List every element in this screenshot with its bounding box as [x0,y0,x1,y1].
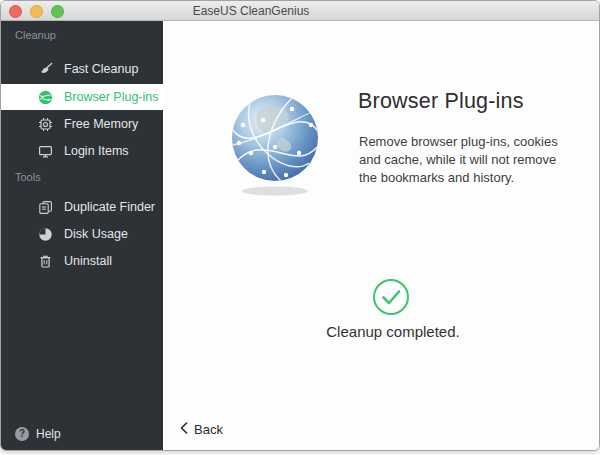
sidebar-item-disk-usage[interactable]: Disk Usage [1,221,163,247]
sidebar: Cleanup Fast Cleanup Browser P [1,21,163,450]
documents-icon [38,200,53,215]
sidebar-item-label: Login Items [64,144,129,158]
back-button[interactable]: Back [180,422,223,437]
app-window: EaseUS CleanGenius Cleanup Fast Cleanup [0,0,600,451]
sidebar-item-label: Uninstall [64,254,112,268]
sidebar-item-login-items[interactable]: Login Items [1,138,163,164]
sidebar-item-fast-cleanup[interactable]: Fast Cleanup [1,56,163,82]
section-label-tools: Tools [15,171,163,184]
sidebar-item-label: Duplicate Finder [64,200,155,214]
trash-icon [38,254,53,269]
page-title: Browser Plug-ins [358,89,524,114]
sidebar-item-label: Disk Usage [64,227,128,241]
sidebar-item-label: Free Memory [64,117,138,131]
sidebar-item-label: Fast Cleanup [64,62,138,76]
sidebar-item-label: Browser Plug-ins [64,90,158,104]
sidebar-item-browser-plug-ins[interactable]: Browser Plug-ins [1,84,163,110]
help-label: Help [36,427,61,441]
pie-clock-icon [38,227,53,242]
help-button[interactable]: ? Help [15,427,61,441]
globe-icon [38,90,53,105]
status-text: Cleanup completed. [293,323,493,340]
network-globe-illustration [229,91,321,201]
sidebar-item-uninstall[interactable]: Uninstall [1,248,163,274]
chevron-left-icon [180,422,188,437]
question-mark-icon: ? [15,427,29,441]
page-description: Remove browser plug-ins, cookies and cac… [359,133,573,187]
section-label-cleanup: Cleanup [15,29,163,42]
titlebar: EaseUS CleanGenius [1,1,599,21]
sidebar-item-free-memory[interactable]: Free Memory [1,111,163,137]
back-label: Back [194,422,223,437]
sidebar-item-duplicate-finder[interactable]: Duplicate Finder [1,194,163,220]
monitor-icon [38,144,53,159]
main-content: Browser Plug-ins Remove browser plug-ins… [163,21,599,450]
window-title: EaseUS CleanGenius [1,4,501,18]
success-check-icon [372,278,410,316]
chip-icon [38,117,53,132]
brush-icon [38,62,53,77]
